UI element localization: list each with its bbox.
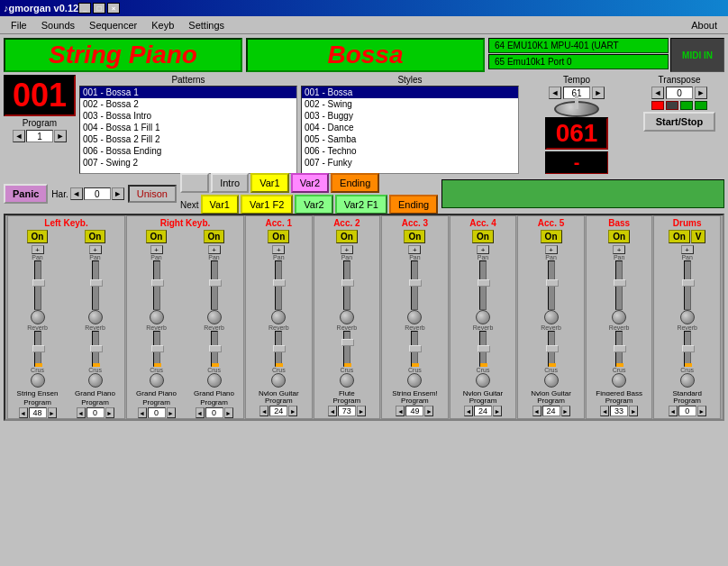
style-item-4[interactable]: 005 - Samba: [302, 133, 518, 145]
acc2-pan-fader[interactable]: [343, 260, 350, 310]
acc3-vol-fader[interactable]: [411, 331, 418, 367]
acc1-pan-thumb[interactable]: [273, 279, 286, 287]
rk2-vol-fader[interactable]: [211, 331, 218, 367]
rk2-chorus-knob[interactable]: [207, 373, 222, 388]
rk1-vol-fader[interactable]: [153, 331, 160, 367]
drums-prog-dec[interactable]: ◄: [669, 406, 678, 416]
tempo-knob[interactable]: [554, 101, 599, 117]
start-stop-button[interactable]: Start/Stop: [643, 112, 715, 132]
lk1-pan-fader[interactable]: [34, 260, 41, 310]
drums-prog-inc[interactable]: ►: [697, 406, 706, 416]
acc4-on-btn[interactable]: On: [472, 230, 494, 243]
acc2-pan-thumb[interactable]: [341, 279, 354, 287]
acc5-pan-thumb[interactable]: [546, 279, 559, 287]
intro-button[interactable]: Intro: [211, 173, 249, 193]
style-name-btn[interactable]: Bossa: [246, 38, 485, 72]
styles-list[interactable]: 001 - Bossa 002 - Swing 003 - Buggy 004 …: [301, 86, 519, 174]
pattern-item-6[interactable]: 007 - Swing 2: [80, 157, 296, 169]
lk2-prog-dec[interactable]: ◄: [77, 407, 86, 418]
rk2-reverb-knob[interactable]: [207, 310, 222, 324]
rk2-pan-fader[interactable]: [211, 260, 218, 310]
patterns-list[interactable]: 001 - Bossa 1 002 - Bossa 2 003 - Bossa …: [79, 86, 297, 174]
acc5-prog-dec[interactable]: ◄: [532, 406, 541, 416]
rk2-vol-thumb[interactable]: [209, 345, 222, 352]
bass-vol-fader[interactable]: [615, 331, 623, 367]
acc1-chorus-knob[interactable]: [271, 373, 286, 388]
tempo-dec-btn[interactable]: ◄: [549, 87, 561, 99]
acc2-chorus-knob[interactable]: [340, 373, 354, 388]
var2-button[interactable]: Var2: [291, 173, 329, 193]
drums-pan-fader[interactable]: [684, 260, 691, 310]
acc3-pan-fader[interactable]: [411, 260, 418, 310]
rk1-chorus-knob[interactable]: [150, 373, 164, 388]
lk2-vol-thumb[interactable]: [90, 345, 103, 352]
acc3-pan-thumb[interactable]: [409, 279, 422, 287]
rk2-plus-btn[interactable]: +: [208, 245, 221, 254]
program-dec-btn[interactable]: ◄: [13, 130, 25, 142]
pattern-item-4[interactable]: 005 - Bossa 2 Fill 2: [80, 133, 296, 145]
acc2-plus-btn[interactable]: +: [341, 245, 353, 254]
lk1-vol-thumb[interactable]: [32, 345, 45, 352]
acc4-prog-inc[interactable]: ►: [493, 406, 502, 416]
pattern-item-5[interactable]: 006 - Bossa Ending: [80, 145, 296, 157]
bass-prog-dec[interactable]: ◄: [600, 406, 609, 416]
rk1-plus-btn[interactable]: +: [150, 245, 163, 254]
acc4-prog-dec[interactable]: ◄: [464, 406, 473, 416]
lk1-chorus-knob[interactable]: [31, 373, 45, 388]
minimize-btn[interactable]: _: [78, 3, 91, 14]
var1-button[interactable]: Var1: [250, 173, 288, 193]
tempo-inc-btn[interactable]: ►: [592, 87, 605, 99]
acc1-vol-fader[interactable]: [275, 331, 282, 367]
rk1-pan-thumb[interactable]: [151, 279, 164, 287]
rk2-prog-dec[interactable]: ◄: [196, 407, 205, 418]
style-item-2[interactable]: 003 - Buggy: [302, 110, 518, 122]
acc5-on-btn[interactable]: On: [541, 230, 562, 243]
preset-name-btn[interactable]: String Piano: [4, 38, 242, 72]
next-var2f1-button[interactable]: Var2 F1: [335, 195, 387, 215]
harmony-inc-btn[interactable]: ►: [112, 187, 124, 200]
rk1-vol-thumb[interactable]: [151, 345, 164, 352]
acc2-vol-thumb[interactable]: [341, 339, 354, 346]
acc1-vol-thumb[interactable]: [273, 345, 286, 352]
pattern-item-0[interactable]: 001 - Bossa 1: [80, 87, 296, 98]
acc4-reverb-knob[interactable]: [476, 310, 490, 324]
acc5-plus-btn[interactable]: +: [545, 245, 558, 254]
lk2-prog-inc[interactable]: ►: [105, 407, 114, 418]
acc5-reverb-knob[interactable]: [544, 310, 559, 324]
style-item-0[interactable]: 001 - Bossa: [302, 87, 518, 98]
acc2-vol-fader[interactable]: [343, 331, 350, 367]
drums-v-btn[interactable]: V: [691, 230, 706, 243]
lk2-plus-btn[interactable]: +: [89, 245, 102, 254]
drums-vol-fader[interactable]: [684, 331, 691, 367]
menu-sounds[interactable]: Sounds: [34, 18, 82, 32]
bass-vol-thumb[interactable]: [614, 345, 626, 352]
lk1-reverb-knob[interactable]: [31, 310, 45, 324]
acc5-vol-thumb[interactable]: [546, 345, 559, 352]
drums-reverb-knob[interactable]: [680, 310, 695, 324]
bass-plus-btn[interactable]: +: [613, 245, 625, 254]
style-item-5[interactable]: 006 - Techno: [302, 145, 518, 157]
lk1-prog-inc[interactable]: ►: [48, 407, 57, 418]
midi-port-2[interactable]: 65 Emu10k1 Port 0: [488, 54, 669, 69]
acc3-reverb-knob[interactable]: [407, 310, 422, 324]
acc5-prog-inc[interactable]: ►: [561, 406, 570, 416]
next-var1f2-button[interactable]: Var1 F2: [241, 195, 293, 215]
acc4-vol-thumb[interactable]: [478, 345, 490, 352]
drums-pan-thumb[interactable]: [682, 279, 695, 287]
acc4-plus-btn[interactable]: +: [477, 245, 489, 254]
acc3-prog-inc[interactable]: ►: [424, 406, 433, 416]
acc1-on-btn[interactable]: On: [268, 230, 289, 243]
drums-chorus-knob[interactable]: [680, 373, 695, 388]
acc5-pan-fader[interactable]: [548, 260, 555, 310]
ending-button[interactable]: Ending: [331, 173, 379, 193]
drums-on-btn[interactable]: On: [669, 230, 690, 243]
maximize-btn[interactable]: □: [93, 3, 105, 14]
acc4-pan-fader[interactable]: [479, 260, 487, 310]
rk1-prog-dec[interactable]: ◄: [138, 407, 147, 418]
next-var1-button[interactable]: Var1: [201, 195, 239, 215]
acc2-on-btn[interactable]: On: [336, 230, 358, 243]
transpose-dec-btn[interactable]: ◄: [651, 87, 664, 99]
menu-about[interactable]: About: [684, 18, 724, 32]
lk2-chorus-knob[interactable]: [88, 373, 103, 388]
rk2-prog-inc[interactable]: ►: [224, 407, 233, 418]
